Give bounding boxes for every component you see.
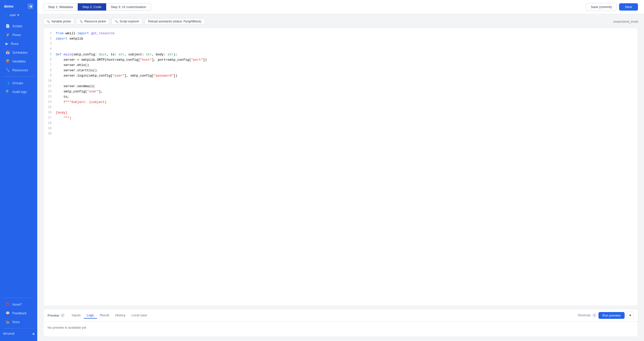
- schedules-icon: 📅: [6, 50, 10, 54]
- line-num-12: 12: [48, 89, 56, 94]
- line-num-15: 15: [48, 105, 56, 110]
- expand-preview-button[interactable]: ▾: [627, 312, 634, 319]
- sidebar-item-feedback-label: Feedback: [12, 311, 27, 315]
- preview-label: Preview: [48, 314, 59, 317]
- code-line-2: 2 import smtplib: [44, 36, 638, 42]
- flows-icon: ⚡: [6, 33, 10, 37]
- resource-picker-search-icon: 🔍: [80, 20, 83, 23]
- user-icon: 👤: [4, 13, 8, 17]
- code-line-7: 7 server.ehlo(): [44, 63, 638, 68]
- preview-info-icon: i: [61, 313, 65, 317]
- step3-button[interactable]: Step 3: UI customisation: [106, 3, 151, 11]
- code-text-17: """): [56, 116, 634, 121]
- line-num-20: 20: [48, 131, 56, 136]
- line-num-9: 9: [48, 73, 56, 78]
- steps-navigation: Step 1: Metadata Step 2: Code Step 3: UI…: [43, 3, 151, 11]
- brand-label: demo: [4, 4, 13, 8]
- sidebar-item-variables[interactable]: 📦 Variables: [2, 57, 36, 65]
- sidebar-item-scripts[interactable]: 📄 Scripts: [2, 22, 36, 30]
- sidebar-item-docs-label: Docs: [12, 320, 20, 324]
- sidebar-item-runs[interactable]: ▶ Runs: [2, 39, 36, 48]
- next-button[interactable]: Next: [619, 3, 638, 11]
- script-explorer-label: Script explorer: [120, 20, 139, 23]
- sidebar-bottom-divider: [3, 298, 34, 298]
- scripts-icon: 📄: [6, 24, 10, 28]
- resource-picker-label: Resource picker: [84, 20, 106, 23]
- sidebar-item-scripts-label: Scripts: [12, 24, 22, 28]
- tab-local-save[interactable]: Local save: [128, 312, 150, 319]
- main-content: Step 1: Metadata Step 2: Code Step 3: UI…: [37, 0, 644, 341]
- code-line-4: 4: [44, 47, 638, 52]
- sidebar-collapse-icon[interactable]: ◀: [32, 332, 34, 335]
- step1-button[interactable]: Step 1: Metadata: [43, 3, 78, 11]
- tab-logs[interactable]: Logs: [84, 312, 97, 319]
- code-text-12: smtp_config["user"],: [56, 89, 634, 94]
- shortcuts-label: Shortcuts: i: [578, 313, 596, 317]
- sidebar-item-variables-label: Variables: [12, 59, 26, 63]
- sidebar-item-audit-logs[interactable]: 🔍 Audit logs: [2, 87, 36, 96]
- sidebar-item-schedules[interactable]: 📅 Schedules: [2, 48, 36, 57]
- code-line-12: 12 smtp_config["user"],: [44, 89, 638, 94]
- code-text-5: def main(smtp_config: dict, to: str, sub…: [56, 52, 634, 57]
- sidebar-item-feedback[interactable]: 💬 Feedback: [2, 309, 36, 317]
- line-num-13: 13: [48, 94, 56, 99]
- sidebar-item-audit-logs-label: Audit logs: [12, 90, 27, 94]
- line-num-6: 6: [48, 57, 56, 62]
- code-text-11: server.sendmail(: [56, 84, 634, 89]
- code-line-15: 15: [44, 105, 638, 110]
- code-line-13: 13 to,: [44, 94, 638, 100]
- user-menu[interactable]: 👤 user ▾: [0, 12, 37, 20]
- reload-assistants-button[interactable]: Reload assistants (status: PyrightBlack): [144, 18, 205, 25]
- code-content: 1 from wmill import get_resource 2 impor…: [44, 28, 638, 306]
- variable-picker-button[interactable]: 🔍 Variable picker: [43, 18, 74, 25]
- line-num-19: 19: [48, 126, 56, 131]
- preview-tabs: Inputs Logs Result History Local save: [69, 312, 150, 319]
- sidebar-item-issue-label: Issue?: [12, 302, 22, 306]
- path-display: u/user/send_email: [613, 19, 638, 24]
- variable-picker-search-icon: 🔍: [47, 20, 50, 23]
- sidebar-item-issue[interactable]: ⭕ Issue?: [2, 300, 36, 309]
- sidebar-toggle-button[interactable]: ◀: [28, 4, 33, 9]
- line-num-1: 1: [48, 31, 56, 36]
- sidebar-divider: [3, 76, 34, 77]
- sidebar-item-resources-label: Resources: [12, 68, 28, 72]
- code-line-8: 8 server.starttls(): [44, 68, 638, 73]
- username-label: user: [10, 13, 16, 17]
- code-line-11: 11 server.sendmail(: [44, 84, 638, 89]
- variable-picker-label: Variable picker: [51, 20, 71, 23]
- sidebar-item-docs[interactable]: 📚 Docs: [2, 318, 36, 326]
- code-text-2: import smtplib: [56, 36, 634, 42]
- tab-history[interactable]: History: [112, 312, 128, 319]
- sidebar-item-flows[interactable]: ⚡ Flows: [2, 30, 36, 39]
- preview-panel: Preview i Inputs Logs Result History Loc…: [43, 309, 638, 337]
- line-num-7: 7: [48, 63, 56, 67]
- sidebar-item-groups[interactable]: 👥 Groups: [2, 79, 36, 87]
- save-button[interactable]: Save (commit): [586, 3, 617, 11]
- sidebar-nav: 📄 Scripts ⚡ Flows ▶ Runs 📅 Schedules 📦 V…: [0, 20, 37, 294]
- line-num-11: 11: [48, 84, 56, 89]
- step2-button[interactable]: Step 2: Code: [78, 3, 106, 11]
- line-num-3: 3: [48, 42, 56, 46]
- script-explorer-button[interactable]: 🔍 Script explorer: [111, 18, 142, 25]
- groups-icon: 👥: [6, 81, 10, 85]
- line-num-8: 8: [48, 68, 56, 73]
- sidebar-item-resources[interactable]: 🔧 Resources: [2, 66, 36, 74]
- feedback-icon: 💬: [6, 311, 10, 315]
- code-text-9: server.login(smtp_config["user"], smtp_c…: [56, 73, 634, 79]
- resource-picker-button[interactable]: 🔍 Resource picker: [76, 18, 109, 25]
- top-bar: Step 1: Metadata Step 2: Code Step 3: UI…: [37, 0, 644, 14]
- sidebar-header: demo ◀: [0, 0, 37, 12]
- issue-icon: ⭕: [6, 302, 10, 306]
- run-preview-button[interactable]: Run preview: [598, 312, 625, 319]
- script-explorer-search-icon: 🔍: [115, 20, 118, 23]
- editor-toolbar: 🔍 Variable picker 🔍 Resource picker 🔍 Sc…: [43, 18, 638, 25]
- tab-inputs[interactable]: Inputs: [69, 312, 84, 319]
- shortcuts-text: Shortcuts:: [578, 314, 591, 317]
- code-editor[interactable]: 1 from wmill import get_resource 2 impor…: [43, 28, 638, 306]
- tab-result[interactable]: Result: [97, 312, 112, 319]
- code-text-8: server.starttls(): [56, 68, 634, 73]
- code-line-6: 6 server = smtplib.SMTP(host=smtp_config…: [44, 57, 638, 63]
- line-num-2: 2: [48, 36, 56, 41]
- code-text-14: f"""Subject: {subject}: [56, 100, 634, 105]
- code-text-13: to,: [56, 94, 634, 100]
